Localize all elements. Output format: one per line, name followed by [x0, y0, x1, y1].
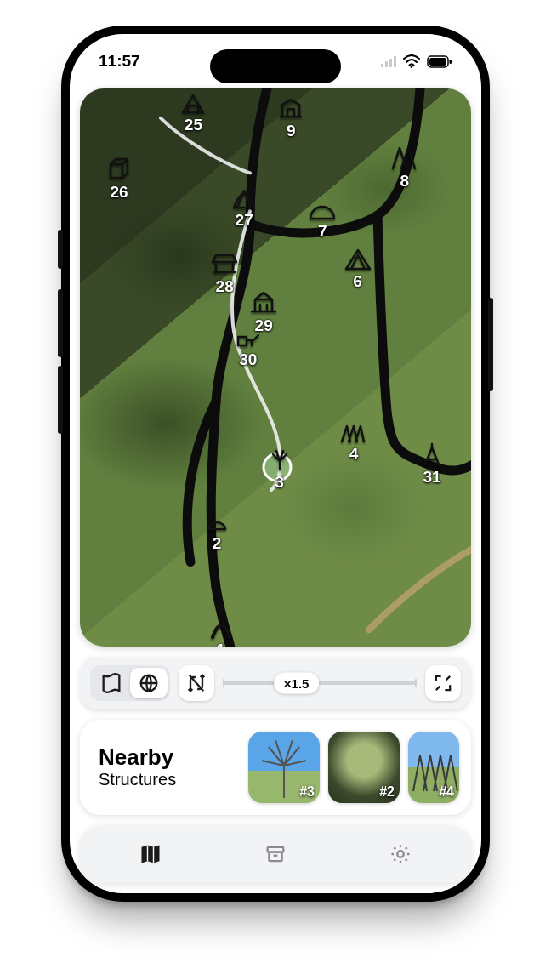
nearby-card[interactable]: Nearby Structures #3#2#4 [80, 720, 471, 815]
nearby-title: Nearby [99, 745, 176, 771]
map-poi-label: 31 [416, 468, 448, 487]
map-poi-7[interactable]: 7 [306, 193, 338, 241]
dynamic-island [210, 49, 341, 83]
lattice-dome-icon [228, 182, 260, 211]
map-poi-label: 1 [205, 641, 237, 647]
tab-bar [80, 825, 471, 883]
nearby-thumb-rank: #4 [439, 784, 454, 800]
tab-map[interactable] [116, 837, 185, 871]
map-poi-label: 26 [103, 183, 135, 202]
map-poi-2[interactable]: 2 [201, 505, 233, 553]
nearby-thumb-4[interactable]: #4 [408, 732, 459, 803]
machinery-icon [232, 322, 264, 350]
zoom-value: ×1.5 [274, 673, 320, 694]
fullscreen-button[interactable] [425, 665, 461, 701]
phone-volume-down [58, 366, 63, 434]
map-poi-9[interactable]: 9 [275, 93, 307, 140]
svg-point-10 [397, 851, 403, 857]
nearby-thumb-rank: #2 [379, 784, 395, 800]
wifi-icon [403, 54, 420, 68]
dome-icon [306, 193, 338, 222]
layer-satellite-button[interactable] [130, 668, 168, 698]
map-poi-label: 2 [201, 534, 233, 553]
map-poi-3[interactable]: 3 [264, 444, 296, 492]
nearby-thumb-2[interactable]: #2 [328, 732, 400, 803]
spikes-icon [389, 143, 421, 172]
map-controls: ×1.5 [80, 657, 471, 709]
wings-icon [342, 243, 374, 272]
svg-rect-2 [429, 58, 446, 66]
map-poi-label: 6 [342, 272, 374, 291]
phone-volume-up [58, 289, 63, 357]
svg-rect-8 [269, 852, 281, 862]
bridge-frame-icon [247, 288, 280, 316]
pavilion-icon [208, 248, 241, 277]
map-poi-8[interactable]: 8 [389, 143, 421, 191]
nearby-subtitle: Structures [99, 770, 176, 789]
svg-rect-3 [450, 60, 452, 64]
map-poi-6[interactable]: 6 [342, 243, 374, 291]
hut-icon [177, 88, 209, 116]
phone-mute-switch [58, 230, 63, 269]
map-poi-label: 3 [264, 473, 296, 492]
map-poi-label: 28 [208, 277, 241, 296]
map-poi-label: 30 [232, 350, 264, 369]
map-layer-segment [90, 665, 170, 701]
map-poi-label: 25 [177, 116, 209, 134]
nearby-thumb-3[interactable]: #3 [248, 732, 320, 803]
layer-illustrated-button[interactable] [93, 668, 130, 698]
cellular-icon [381, 55, 396, 67]
map-poi-30[interactable]: 30 [232, 322, 264, 369]
map-poi-1[interactable]: 1 [205, 612, 237, 647]
map-poi-label: 7 [306, 222, 338, 241]
map-poi-4[interactable]: 4 [338, 416, 370, 464]
map-poi-26[interactable]: 26 [103, 154, 135, 202]
cube-frame-icon [103, 154, 135, 183]
map-poi-27[interactable]: 27 [228, 182, 260, 230]
zoom-slider[interactable]: ×1.5 [223, 681, 417, 685]
map-poi-label: 4 [338, 445, 370, 464]
phone-frame: 11:57 [61, 26, 490, 902]
map-poi-28[interactable]: 28 [208, 248, 241, 296]
shed-icon [275, 93, 307, 122]
status-time: 11:57 [99, 52, 140, 71]
map-poi-25[interactable]: 25 [177, 88, 209, 134]
svg-point-0 [411, 66, 413, 68]
map-poi-label: 27 [228, 211, 260, 230]
nearby-heading: Nearby Structures [99, 745, 176, 790]
tripod-icon [416, 439, 448, 468]
nearby-thumb-rank: #3 [299, 784, 315, 800]
tab-archive[interactable] [241, 837, 310, 871]
map-poi-label: 9 [275, 122, 307, 140]
battery-icon [427, 55, 452, 68]
tab-settings[interactable] [366, 837, 435, 871]
map-poi-label: 8 [389, 172, 421, 191]
zigzag-icon [338, 416, 370, 445]
map-poi-31[interactable]: 31 [416, 439, 448, 487]
phone-power-button [488, 298, 493, 391]
turtle-icon [201, 505, 233, 534]
arch-icon [205, 612, 237, 641]
map-view[interactable]: 2592682772862930431321 [80, 88, 471, 647]
spray-icon [264, 444, 296, 473]
route-toggle-button[interactable] [179, 665, 214, 701]
